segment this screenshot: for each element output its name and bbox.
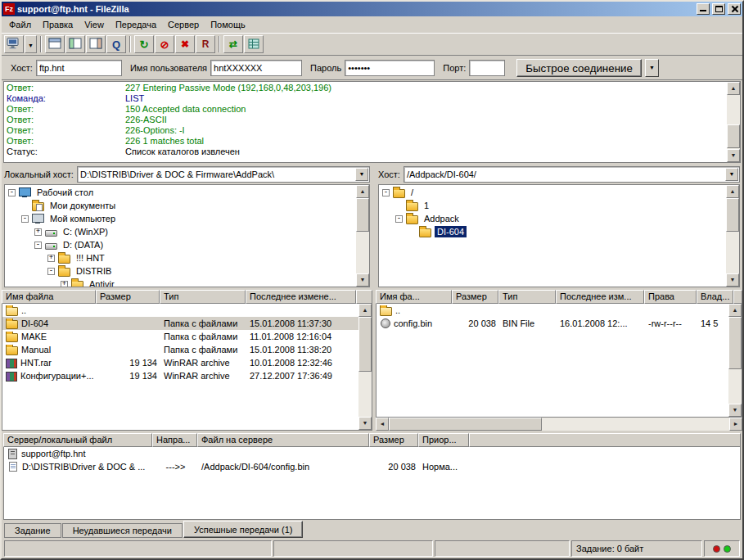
disconnect-button[interactable]: ✖ xyxy=(175,35,195,53)
column-header-последнее-изм[interactable]: Последнее изм... xyxy=(556,290,644,304)
remote-path-combo[interactable]: /Addpack/DI-604/ ▼ xyxy=(404,166,740,183)
tab-неудавшиеся-передачи[interactable]: Неудавшиеся передачи xyxy=(62,523,183,538)
menu-view[interactable]: View xyxy=(79,17,110,32)
column-header-размер[interactable]: Размер xyxy=(369,433,418,447)
tree-item-мои-документы[interactable]: Мои документы xyxy=(5,199,356,212)
tree-item-1[interactable]: 1 xyxy=(379,199,726,212)
scrollbar-thumb[interactable] xyxy=(389,418,542,431)
menu-файл[interactable]: Файл xyxy=(3,17,37,32)
scroll-down-button[interactable]: ▼ xyxy=(728,404,742,417)
scrollbar-thumb[interactable] xyxy=(726,198,739,232)
collapse-icon[interactable]: - xyxy=(34,242,42,249)
scroll-down-button[interactable]: ▼ xyxy=(358,417,372,430)
toggle-message-log-button[interactable] xyxy=(45,35,65,53)
collapse-icon[interactable]: - xyxy=(382,189,390,196)
scroll-up-button[interactable]: ▲ xyxy=(356,185,369,198)
scroll-down-button[interactable]: ▼ xyxy=(356,273,369,287)
file-row-di-604[interactable]: DI-604Папка с файлами15.01.2008 11:37:30 xyxy=(2,317,358,330)
tree-item-hnt[interactable]: +!!! HNT xyxy=(5,251,356,264)
local-tree-scrollbar[interactable]: ▲▼ xyxy=(356,185,369,287)
scrollbar-track[interactable] xyxy=(728,317,742,404)
scroll-up-button[interactable]: ▲ xyxy=(726,185,739,198)
menu-сервер[interactable]: Сервер xyxy=(162,17,205,32)
menu-передача[interactable]: Передача xyxy=(110,17,162,32)
menu-правка[interactable]: Правка xyxy=(37,17,79,32)
column-header-файл-на-сервере[interactable]: Файл на сервере xyxy=(197,433,369,447)
process-queue-button[interactable]: ⇄ xyxy=(223,35,243,53)
host-input[interactable] xyxy=(36,60,122,76)
column-header-сервер-локальный-файл[interactable]: Сервер/локальный файл xyxy=(3,433,152,447)
tree-item-antivir[interactable]: +Antivir xyxy=(5,278,356,287)
column-header-размер[interactable]: Размер xyxy=(96,290,160,304)
tree-item-рабочий-стол[interactable]: -Рабочий стол xyxy=(5,186,356,199)
close-button[interactable] xyxy=(728,3,741,15)
port-input[interactable] xyxy=(469,60,505,76)
queue-row[interactable]: D:\DISTRIB\Driver & DOC & ...--->>/Addpa… xyxy=(4,460,740,473)
tree-item-мой-компьютер[interactable]: -Мой компьютер xyxy=(5,212,356,225)
scroll-down-button[interactable]: ▼ xyxy=(727,149,740,162)
scrollbar-track[interactable] xyxy=(358,317,372,417)
scrollbar-track[interactable] xyxy=(726,198,739,273)
column-header-тип[interactable]: Тип xyxy=(160,290,246,304)
directory-listing-button[interactable] xyxy=(244,35,264,53)
column-header-размер[interactable]: Размер xyxy=(452,290,498,304)
scrollbar-thumb[interactable] xyxy=(356,198,369,232)
expand-icon[interactable]: + xyxy=(61,281,68,287)
scroll-down-button[interactable]: ▼ xyxy=(726,273,739,287)
file-row-hnt-rar[interactable]: HNT.rar19 134WinRAR archive10.01.2008 12… xyxy=(2,356,358,369)
minimize-button[interactable] xyxy=(697,3,710,15)
column-header-приор[interactable]: Приор... xyxy=(418,433,469,447)
remote-list-scrollbar[interactable]: ▲▼ xyxy=(728,304,742,417)
refresh-button[interactable]: ↻ xyxy=(134,35,154,53)
collapse-icon[interactable]: - xyxy=(8,189,16,196)
toggle-remote-tree-button[interactable] xyxy=(86,35,106,53)
scrollbar-thumb[interactable] xyxy=(358,317,372,372)
toggle-queue-button[interactable]: Q xyxy=(106,35,126,53)
expand-icon[interactable]: + xyxy=(47,255,55,262)
chevron-down-icon[interactable]: ▼ xyxy=(725,168,738,181)
column-header-напра[interactable]: Напра... xyxy=(152,433,197,447)
column-header-права[interactable]: Права xyxy=(644,290,697,304)
column-header-тип[interactable]: Тип xyxy=(498,290,556,304)
expand-icon[interactable]: + xyxy=(34,228,42,236)
collapse-icon[interactable]: - xyxy=(395,215,403,223)
file-row-item[interactable]: .. xyxy=(377,304,728,317)
reconnect-button[interactable]: R xyxy=(196,35,215,53)
scrollbar-track[interactable] xyxy=(389,418,729,431)
tab-успешные-передачи-1[interactable]: Успешные передачи (1) xyxy=(183,521,304,538)
abort-button[interactable]: ⊘ xyxy=(155,35,174,53)
column-header-имя-фа[interactable]: Имя фа... xyxy=(376,290,452,304)
username-input[interactable] xyxy=(210,60,302,76)
file-row-config-bin[interactable]: config.bin20 038BIN File16.01.2008 12:..… xyxy=(377,317,728,330)
scroll-left-button[interactable]: ◄ xyxy=(376,418,389,431)
scroll-right-button[interactable]: ► xyxy=(729,418,742,431)
column-header-влад[interactable]: Влад... xyxy=(697,290,733,304)
tree-item-addpack[interactable]: -Addpack xyxy=(379,212,726,225)
file-row-make[interactable]: MAKEПапка с файлами11.01.2008 12:16:04 xyxy=(2,330,358,343)
chevron-down-icon[interactable]: ▼ xyxy=(355,168,368,181)
collapse-icon[interactable]: - xyxy=(47,268,55,275)
tree-item-item[interactable]: -/ xyxy=(379,186,726,199)
column-header-имя-файла[interactable]: Имя файла xyxy=(2,290,96,304)
maximize-button[interactable] xyxy=(712,3,725,15)
scrollbar-track[interactable] xyxy=(356,198,369,273)
quickconnect-button[interactable]: Быстрое соединение xyxy=(516,59,642,77)
tree-item-c-winxp[interactable]: +C: (WinXP) xyxy=(5,225,356,238)
scroll-up-button[interactable]: ▲ xyxy=(358,304,372,317)
log-vertical-scrollbar[interactable]: ▲▼ xyxy=(727,82,740,162)
tree-item-distrib[interactable]: -DISTRIB xyxy=(5,264,356,278)
scroll-up-button[interactable]: ▲ xyxy=(727,82,740,95)
collapse-icon[interactable]: - xyxy=(21,215,29,223)
remote-tree-scrollbar[interactable]: ▲▼ xyxy=(726,185,739,287)
menu-помощь[interactable]: Помощь xyxy=(205,17,251,32)
local-path-combo[interactable]: D:\DISTRIB\Driver & DOC & Firmware\AddPa… xyxy=(77,166,370,183)
site-manager-dropdown[interactable]: ▼ xyxy=(25,35,37,53)
tree-item-di-604[interactable]: DI-604 xyxy=(379,225,726,238)
scrollbar-thumb[interactable] xyxy=(728,317,742,369)
password-input[interactable] xyxy=(345,60,435,76)
toggle-local-tree-button[interactable] xyxy=(65,35,85,53)
tree-item-d-data[interactable]: -D: (DATA) xyxy=(5,238,356,251)
file-row-manual[interactable]: ManualПапка с файлами15.01.2008 11:38:20 xyxy=(2,343,358,356)
remote-list-hscrollbar[interactable]: ◄► xyxy=(376,418,742,431)
queue-row[interactable]: support@ftp.hnt xyxy=(4,447,740,460)
